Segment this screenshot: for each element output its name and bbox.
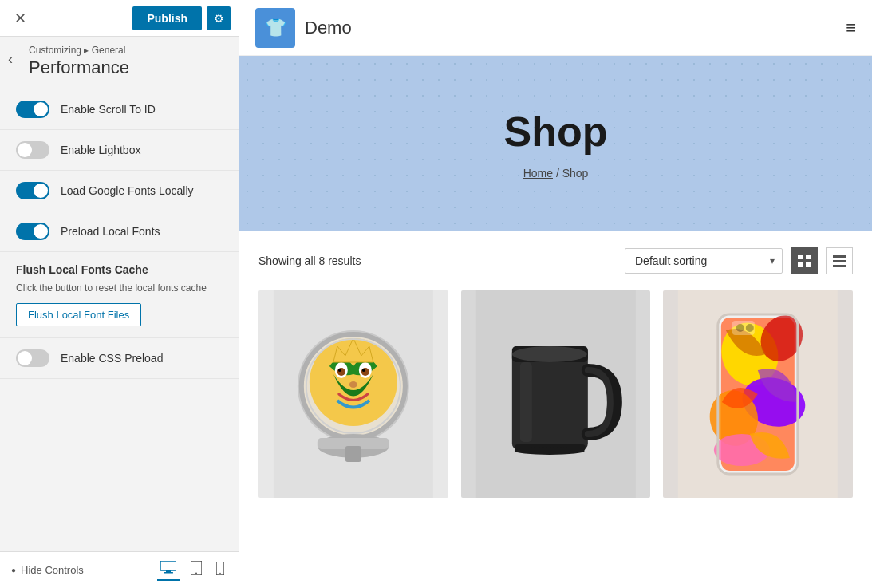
grid-view-button[interactable] (791, 247, 818, 274)
hero-banner: Shop Home / Shop (239, 56, 872, 231)
product-grid (258, 290, 853, 498)
flush-fonts-title: Flush Local Fonts Cache (16, 263, 223, 276)
site-logo (255, 8, 295, 48)
breadcrumb-home-link[interactable]: Home (523, 167, 553, 180)
publish-area: Publish ⚙ (132, 6, 231, 30)
mobile-view-button[interactable] (213, 559, 227, 581)
shop-content: Showing all 8 results Default sorting So… (239, 231, 872, 514)
hide-controls-dot-icon: ● (11, 566, 16, 574)
svg-rect-10 (806, 262, 811, 267)
css-preload-toggle[interactable] (16, 349, 49, 367)
svg-rect-34 (519, 362, 531, 442)
shop-toolbar: Showing all 8 results Default sorting So… (258, 247, 853, 274)
results-count: Showing all 8 results (258, 255, 361, 267)
svg-point-23 (362, 369, 365, 372)
close-button[interactable]: ✕ (8, 6, 33, 30)
hamburger-menu-button[interactable]: ≡ (846, 18, 856, 38)
grid-view-icon (798, 255, 811, 267)
breadcrumb-sep-slash: / (556, 167, 559, 180)
svg-rect-13 (833, 265, 846, 267)
device-icons-group (157, 559, 227, 581)
lightbox-toggle[interactable] (16, 141, 49, 159)
svg-point-20 (337, 368, 345, 376)
scroll-to-id-label: Enable Scroll To ID (61, 103, 156, 116)
google-fonts-row: Load Google Fonts Locally (0, 171, 239, 211)
site-logo-area: Demo (255, 8, 352, 48)
flush-fonts-description: Click the button to reset the local font… (16, 281, 223, 295)
preload-fonts-toggle[interactable] (16, 223, 49, 240)
svg-rect-1 (166, 570, 171, 572)
breadcrumb-arrow: ▸ (84, 45, 91, 56)
hero-breadcrumb: Home / Shop (523, 167, 589, 180)
sort-select-wrapper: Default sorting Sort by popularity Sort … (625, 248, 783, 274)
svg-rect-0 (160, 561, 176, 570)
preload-fonts-row: Preload Local Fonts (0, 211, 239, 252)
svg-point-48 (736, 324, 744, 332)
section-title: Performance (29, 57, 223, 78)
mobile-icon (216, 562, 224, 575)
site-header: Demo ≡ (239, 0, 872, 56)
svg-point-6 (219, 572, 221, 574)
sidebar: ✕ Publish ⚙ ‹ Customizing ▸ General Perf… (0, 0, 239, 588)
publish-button[interactable]: Publish (132, 6, 202, 30)
preload-fonts-label: Preload Local Fonts (61, 225, 160, 238)
svg-point-4 (195, 573, 197, 574)
google-fonts-toggle[interactable] (16, 182, 49, 199)
svg-point-24 (349, 381, 357, 388)
hide-controls-label: Hide Controls (21, 564, 84, 576)
flush-font-files-button[interactable]: Flush Local Font Files (16, 303, 141, 326)
product-card-2[interactable] (461, 290, 651, 498)
product-image-2 (461, 290, 651, 498)
sort-area: Default sorting Sort by popularity Sort … (625, 247, 853, 274)
svg-rect-12 (833, 260, 846, 262)
svg-rect-11 (833, 255, 846, 258)
lightbox-label: Enable Lightbox (61, 144, 140, 156)
breadcrumb-area: Customizing ▸ General Performance (0, 37, 239, 81)
hero-title: Shop (504, 108, 608, 156)
desktop-icon (160, 561, 176, 574)
scroll-to-id-row: Enable Scroll To ID (0, 89, 239, 130)
css-preload-row: Enable CSS Preload (0, 338, 239, 379)
google-fonts-label: Load Google Fonts Locally (61, 184, 194, 197)
sidebar-top-bar: ✕ Publish ⚙ (0, 0, 239, 37)
svg-point-49 (746, 324, 754, 332)
svg-point-36 (514, 447, 584, 455)
main-content: Demo ≡ Shop Home / Shop Showing all 8 re… (239, 0, 872, 588)
list-view-button[interactable] (826, 247, 853, 274)
breadcrumb-child[interactable]: General (92, 45, 126, 56)
tablet-view-button[interactable] (187, 559, 205, 581)
product-image-3 (663, 290, 853, 498)
svg-rect-2 (164, 572, 173, 574)
sidebar-controls: Enable Scroll To ID Enable Lightbox Load… (0, 81, 239, 551)
product-card-1[interactable] (258, 290, 448, 498)
sidebar-bottom-bar: ● Hide Controls (0, 551, 239, 588)
svg-rect-9 (798, 262, 803, 267)
lightbox-row: Enable Lightbox (0, 130, 239, 171)
settings-gear-button[interactable]: ⚙ (207, 6, 231, 30)
svg-point-21 (361, 368, 369, 376)
flush-fonts-section: Flush Local Fonts Cache Click the button… (0, 252, 239, 338)
breadcrumb: Customizing ▸ General (29, 45, 223, 56)
svg-point-22 (338, 369, 341, 372)
product-image-1 (258, 290, 448, 498)
svg-rect-7 (798, 255, 803, 259)
sort-select[interactable]: Default sorting Sort by popularity Sort … (625, 248, 783, 274)
svg-point-33 (511, 346, 586, 362)
product-card-3[interactable] (663, 290, 853, 498)
css-preload-label: Enable CSS Preload (61, 352, 163, 365)
scroll-to-id-toggle[interactable] (16, 101, 49, 118)
svg-rect-29 (345, 446, 361, 462)
desktop-view-button[interactable] (157, 559, 180, 581)
hide-controls-button[interactable]: ● Hide Controls (11, 564, 84, 576)
site-name: Demo (305, 18, 352, 38)
svg-rect-8 (806, 255, 811, 259)
breadcrumb-parent[interactable]: Customizing (29, 45, 81, 56)
breadcrumb-current: Shop (562, 167, 589, 180)
tablet-icon (191, 561, 202, 575)
back-button[interactable]: ‹ (5, 48, 16, 71)
list-view-icon (833, 255, 846, 267)
